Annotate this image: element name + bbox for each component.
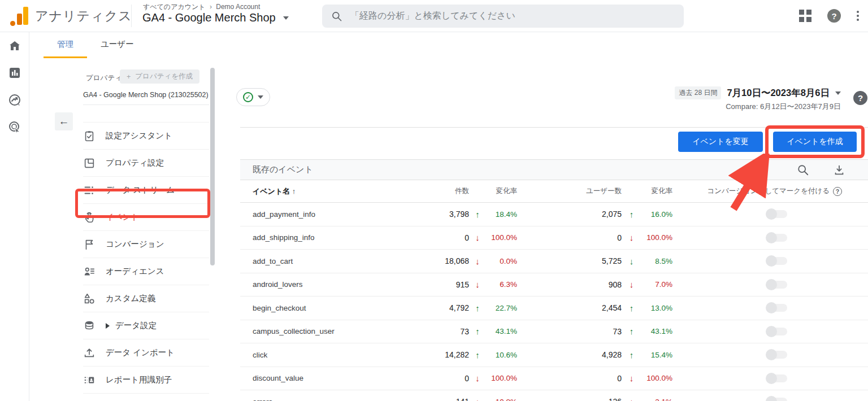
user-count-cell: 0 [562, 374, 622, 383]
tab-user[interactable]: ユーザー [87, 32, 147, 58]
apps-grid-icon[interactable] [799, 10, 811, 22]
col-users-change[interactable]: 変化率 [622, 186, 672, 196]
event-count-cell: 14,282 [410, 350, 469, 359]
breadcrumb-all-accounts[interactable]: すべてのアカウント [143, 3, 206, 11]
sidebar-item-label: コンバージョン [106, 239, 164, 250]
conversion-toggle[interactable] [767, 257, 787, 265]
search-input[interactable]: 「経路の分析」と検索してみてください [322, 5, 684, 28]
toggle-knob [766, 326, 777, 337]
col-count[interactable]: 件数 [410, 186, 469, 196]
upload-icon [83, 347, 96, 359]
sidebar-item-6[interactable]: カスタム定義 [83, 285, 209, 312]
conversion-toggle[interactable] [767, 398, 787, 401]
user-count-cell: 2,075 [562, 210, 622, 219]
download-icon[interactable] [833, 164, 845, 176]
property-status-dropdown[interactable]: ✓ [236, 88, 270, 106]
plus-icon: + [127, 73, 131, 81]
date-help-icon[interactable]: ? [853, 91, 867, 105]
count-trend-arrow-icon: ↑ [469, 326, 486, 336]
sidebar-item-1[interactable]: プロパティ設定 [83, 149, 209, 176]
explore-icon[interactable] [0, 86, 29, 114]
table-search-icon[interactable] [797, 164, 809, 176]
left-nav-rail [0, 32, 29, 401]
conversion-toggle[interactable] [767, 374, 787, 382]
col-users[interactable]: ユーザー数 [562, 186, 622, 196]
user-count-cell: 126 [562, 397, 622, 401]
back-arrow-button[interactable]: ← [55, 112, 73, 130]
breadcrumb-account[interactable]: Demo Account [216, 3, 260, 11]
table-row: errors 141 ↓ 10.8% 126 ↓ 3.1% [240, 390, 868, 401]
sidebar-item-2[interactable]: データ ストリーム [83, 176, 209, 203]
sidebar-item-4[interactable]: コンバージョン [83, 230, 209, 258]
more-menu-icon[interactable] [857, 11, 859, 21]
property-selector[interactable]: GA4 - Google Merch Shop [142, 11, 289, 24]
search-placeholder: 「経路の分析」と検索してみてください [350, 10, 515, 22]
count-change-cell: 6.3% [486, 280, 517, 289]
breadcrumb[interactable]: すべてのアカウント › Demo Account [143, 2, 260, 12]
conversion-toggle[interactable] [767, 304, 787, 312]
sidebar-item-label: データ ストリーム [106, 185, 175, 195]
create-property-label: プロパティを作成 [135, 72, 193, 81]
conversion-help-icon[interactable]: ? [833, 187, 842, 196]
toggle-knob [766, 208, 777, 220]
users-trend-arrow-icon: ↓ [622, 397, 641, 401]
sidebar-item-9[interactable]: レポート用識別子 [83, 366, 209, 393]
data-streams-icon [83, 184, 96, 197]
conversion-toggle[interactable] [767, 210, 787, 218]
count-trend-arrow-icon: ↓ [469, 373, 486, 383]
event-name-cell: add_shipping_info [240, 233, 410, 242]
table-row: discount_value 0 ↓ 100.0% 0 ↓ 100.0% [240, 367, 868, 391]
tab-admin[interactable]: 管理 [44, 32, 87, 58]
reports-icon[interactable] [0, 59, 29, 86]
event-name-cell: begin_checkout [240, 304, 410, 312]
date-preset-badge: 過去 28 日間 [675, 86, 721, 99]
help-icon[interactable]: ? [827, 9, 841, 23]
date-range-label: 7月10日〜2023年8月6日 [727, 87, 830, 99]
table-title: 既存のイベント [253, 164, 313, 175]
users-trend-arrow-icon: ↑ [622, 210, 641, 219]
event-count-cell: 3,798 [410, 210, 469, 219]
sidebar-scrollbar[interactable] [210, 68, 215, 265]
conversion-toggle[interactable] [767, 281, 787, 289]
database-icon [83, 320, 96, 332]
toggle-knob [766, 396, 777, 401]
users-trend-arrow-icon: ↓ [622, 373, 641, 383]
sidebar-item-0[interactable]: 設定アシスタント [83, 122, 209, 149]
home-icon[interactable] [0, 32, 29, 59]
sidebar-item-8[interactable]: データ インポート [83, 339, 209, 366]
sidebar-item-7[interactable]: データ設定 [83, 312, 209, 339]
sidebar-item-10[interactable]: アトリビューション設定 [83, 393, 209, 401]
event-name-cell: android_lovers [240, 280, 410, 289]
event-name-cell: click [240, 351, 410, 359]
table-row: add_shipping_info 0 ↓ 100.0% 0 ↓ 100.0% [240, 226, 868, 250]
analytics-logo-icon[interactable] [10, 7, 29, 26]
expand-triangle-icon[interactable] [106, 323, 110, 329]
conversion-toggle[interactable] [767, 328, 787, 335]
user-count-cell: 908 [562, 280, 622, 289]
user-count-cell: 4,928 [562, 350, 622, 359]
user-count-cell: 5,725 [562, 256, 622, 265]
conversion-toggle[interactable] [767, 351, 787, 359]
conversion-toggle[interactable] [767, 234, 787, 242]
sidebar-item-3[interactable]: イベント [83, 203, 209, 230]
compare-range-label: Compare: 6月12日〜2023年7月9日 [675, 102, 841, 112]
toggle-knob [766, 279, 777, 290]
flag-icon [83, 238, 96, 251]
date-range-picker[interactable]: 過去 28 日間 7月10日〜2023年8月6日 Compare: 6月12日〜… [675, 86, 841, 112]
table-title-bar: 既存のイベント [240, 159, 868, 180]
count-trend-arrow-icon: ↓ [469, 397, 486, 401]
count-trend-arrow-icon: ↑ [469, 210, 486, 219]
table-row: add_payment_info 3,798 ↑ 18.4% 2,075 ↑ 1… [240, 203, 868, 226]
col-count-change[interactable]: 変化率 [469, 186, 517, 196]
sidebar-item-5[interactable]: オーディエンス [83, 258, 209, 285]
admin-sidebar: プロパティ + プロパティを作成 GA4 - Google Merch Shop… [29, 58, 222, 401]
advertising-icon[interactable] [0, 114, 29, 141]
create-property-button[interactable]: + プロパティを作成 [120, 69, 199, 84]
users-change-cell: 100.0% [641, 374, 672, 382]
table-row: campus_collection_user 73 ↑ 43.1% 73 ↑ 4… [240, 320, 868, 344]
table-row: click 14,282 ↑ 10.6% 4,928 ↑ 15.4% [240, 343, 868, 367]
users-change-cell: 100.0% [641, 233, 672, 242]
users-change-cell: 8.5% [641, 257, 672, 265]
col-event-name[interactable]: イベント名 ↑ [240, 186, 410, 197]
count-change-cell: 43.1% [486, 327, 517, 335]
